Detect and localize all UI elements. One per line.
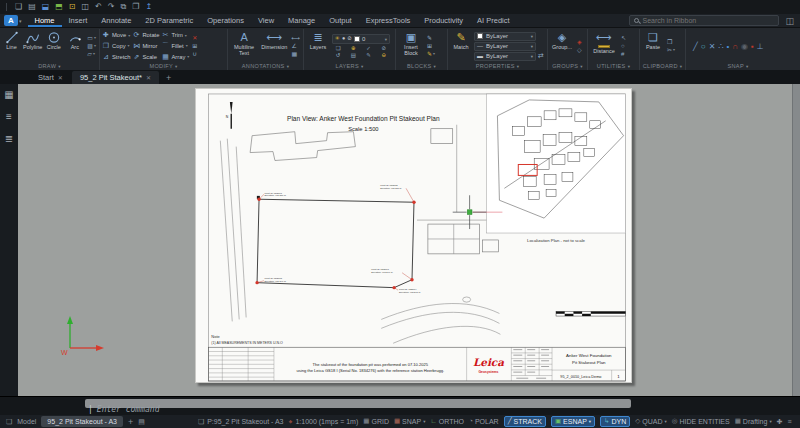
ungroup-icon[interactable]: ◇ — [577, 47, 582, 53]
toggle-drafting[interactable]: ▦Drafting▾ — [735, 418, 772, 425]
doc-tab-start-close-icon[interactable]: ✕ — [58, 74, 63, 81]
erase-icon[interactable]: ✕ — [192, 35, 197, 41]
block-attach-icon[interactable]: ⊞ — [427, 43, 432, 49]
join-icon[interactable]: ∪ — [192, 51, 196, 57]
layout-list-icon[interactable]: ▤ — [138, 418, 145, 425]
save-icon[interactable]: ⬓ — [42, 3, 50, 11]
layer-off-icon[interactable]: ⊘ — [378, 45, 390, 51]
toggle-polar[interactable]: ◔POLAR — [469, 418, 499, 425]
line-button[interactable]: Line — [2, 30, 21, 62]
insert-block-button[interactable]: ▣ Insert Block — [398, 30, 424, 62]
arc-button[interactable]: Arc — [65, 30, 84, 62]
open-file-icon[interactable]: ▤ — [28, 3, 36, 11]
add-to-group-icon[interactable]: ◈ — [577, 39, 582, 45]
xref-icon[interactable]: ⧉ — [121, 3, 127, 11]
ribbon-display-icon[interactable]: ◫ — [785, 16, 794, 26]
app-menu-button[interactable]: A — [4, 15, 18, 26]
doc-tab-start[interactable]: Start ✕ — [30, 71, 71, 84]
rectangle-tool-icon[interactable]: ▭ — [87, 35, 93, 41]
layer-states-icon[interactable]: ▤ — [347, 52, 359, 58]
command-history-bar[interactable] — [85, 399, 631, 408]
layers-button[interactable]: ≣ Layers — [306, 30, 330, 62]
clipboard-cut-icon[interactable]: ✂ — [667, 47, 672, 53]
block-redefine-icon[interactable]: ✎ — [427, 51, 432, 57]
hatch-tool-icon[interactable]: ▨ — [87, 43, 93, 49]
annotations-panel-label[interactable]: ANNOTATIONS▾ — [230, 62, 301, 70]
redo-icon[interactable]: ↷ — [108, 3, 115, 11]
ribbon-tab-productivity[interactable]: Productivity — [417, 14, 470, 27]
block-edit-icon[interactable]: ✎ — [427, 35, 432, 41]
area-icon[interactable]: ○ — [621, 43, 625, 49]
snap-intersection-icon[interactable]: ✕ — [709, 42, 716, 51]
rotate-button[interactable]: ⟳Rotate — [132, 31, 159, 39]
drawing-canvas[interactable]: N Plan View: Anker West Foundation Pit S… — [18, 84, 800, 396]
snap-node-icon[interactable]: • — [726, 42, 729, 51]
ribbon-tab-2d-parametric[interactable]: 2D Parametric — [138, 14, 200, 27]
dimension-button[interactable]: ⟷ Dimension — [260, 30, 288, 62]
snap-panel-label[interactable]: SNAP▾ — [688, 62, 788, 70]
linetype-select[interactable]: — ByLayer ▾ — [474, 42, 536, 51]
layer-edit-icon[interactable]: ✎ — [363, 52, 375, 58]
new-file-icon[interactable]: ❏ — [15, 3, 22, 11]
ribbon-tab-insert[interactable]: Insert — [62, 14, 95, 27]
toggle-snap[interactable]: ▦SNAP▾ — [394, 418, 425, 425]
scale-button[interactable]: ⇗Scale — [132, 53, 159, 61]
multiline-text-button[interactable]: A Multiline Text — [230, 30, 258, 62]
layers-panel-icon[interactable]: ≣ — [5, 134, 13, 144]
layout-tab-active[interactable]: 95_2 Pit Stakeout - A3 — [41, 416, 123, 427]
ribbon-search-input[interactable] — [642, 17, 774, 24]
ribbon-tab-manage[interactable]: Manage — [281, 14, 322, 27]
distance-button[interactable]: ⟷ Distance — [590, 30, 618, 62]
toggle-esnap[interactable]: ▣ESNAP▾ — [551, 416, 595, 427]
id-point-icon[interactable]: ↖ — [621, 35, 626, 41]
vertical-scrollbar[interactable] — [792, 84, 800, 396]
clipboard-panel-label[interactable]: CLIPBOARD▾ — [642, 62, 683, 70]
status-menu-icon[interactable]: ≡ — [788, 418, 792, 425]
array-button[interactable]: ▦Array▾ — [161, 53, 189, 61]
blocks-panel-label[interactable]: BLOCKS▾ — [398, 62, 445, 70]
preview-icon[interactable]: ◫ — [82, 3, 90, 11]
toggle-hide-entities[interactable]: ◎HIDE ENTITIES — [672, 418, 730, 425]
model-tab[interactable]: Model — [17, 418, 36, 425]
undo-icon[interactable]: ↶ — [95, 3, 102, 11]
toggle-ortho[interactable]: ∟ORTHO — [430, 418, 464, 425]
paper-sheet[interactable]: N Plan View: Anker West Foundation Pit S… — [195, 88, 632, 383]
quick-calc-icon[interactable]: # — [621, 51, 624, 57]
region-caret-icon[interactable]: ▾ — [93, 52, 95, 56]
lineweight-select[interactable]: ▬ ByLayer ▾ — [474, 52, 536, 61]
crosshair-target-icon[interactable]: ✚ — [777, 418, 783, 425]
layer-isolate-icon[interactable]: ⊕ — [347, 45, 359, 51]
settings-sliders-icon[interactable]: ≡ — [6, 112, 12, 122]
rectangle-caret-icon[interactable]: ▾ — [94, 36, 96, 40]
layer-match-icon[interactable]: ✓ — [363, 45, 375, 51]
properties-toggle-icon[interactable]: ⇄ — [538, 52, 544, 60]
app-menu-caret-icon[interactable]: ▾ — [19, 18, 22, 24]
properties-panel-label[interactable]: PROPERTIES▾ — [450, 62, 545, 70]
explode-icon[interactable]: ⊞ — [192, 43, 197, 49]
plot-icon[interactable]: ⊡ — [69, 3, 76, 11]
snap-magnet-icon[interactable]: ∩ — [732, 42, 738, 51]
doc-tab-pit-stakeout-close-icon[interactable]: ✕ — [146, 74, 151, 81]
command-prompt[interactable]: | Enter command — [88, 405, 159, 414]
dim-linear-icon[interactable]: ⟷ — [291, 35, 300, 41]
snap-center-icon[interactable]: ○ — [701, 42, 706, 51]
snap-extension-icon[interactable]: ∴ — [718, 42, 723, 51]
draw-panel-label[interactable]: DRAW▾ — [2, 62, 97, 70]
dim-angle-icon[interactable]: ∠ — [291, 43, 296, 49]
toggle-grid[interactable]: ▦GRID — [363, 418, 389, 425]
snap-nearest-icon[interactable]: ╱ — [693, 42, 698, 51]
layer-previous-icon[interactable]: ↺ — [332, 52, 344, 58]
toggle-dyn[interactable]: ↳DYN — [600, 416, 630, 427]
viewport-scale-control[interactable]: ⌖ 1:1000 (1mps = 1m) — [288, 418, 358, 425]
new-layout-button[interactable]: + — [128, 417, 133, 427]
layer-new-icon[interactable]: ❏ — [332, 45, 344, 51]
ribbon-search[interactable] — [629, 15, 779, 26]
ribbon-tab-annotate[interactable]: Annotate — [94, 14, 138, 27]
ribbon-tab-expresstools[interactable]: ExpressTools — [359, 14, 418, 27]
group-button[interactable]: ◈ Group... — [550, 30, 574, 62]
fillet-button[interactable]: ⌒Fillet▾ — [161, 41, 189, 51]
ribbon-tab-operations[interactable]: Operations — [200, 14, 251, 27]
toggle-strack[interactable]: ╱STRACK — [504, 416, 546, 427]
mirror-button[interactable]: ⋈Mirror — [132, 42, 159, 50]
new-document-tab-button[interactable]: + — [160, 71, 177, 84]
